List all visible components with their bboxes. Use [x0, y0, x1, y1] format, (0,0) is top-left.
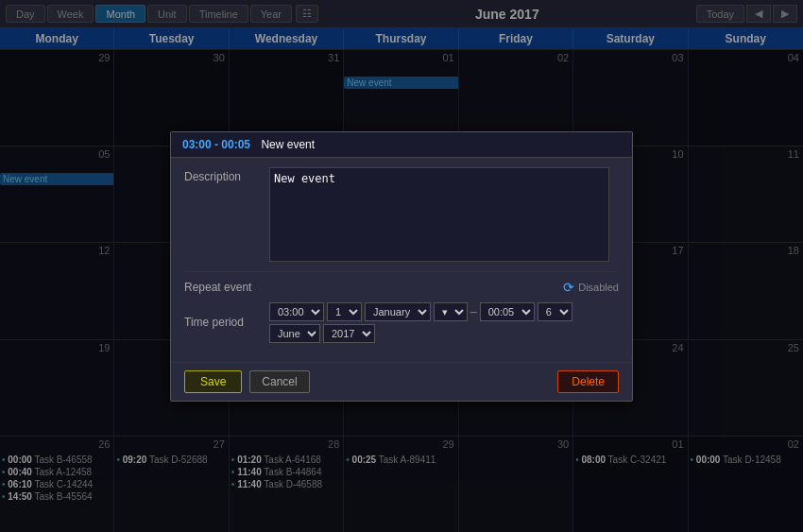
to-val-select[interactable]: 6: [538, 302, 572, 321]
description-row: Description: [184, 167, 619, 262]
to-month-select[interactable]: June: [269, 324, 320, 343]
modal-footer: Save Cancel Delete: [171, 362, 632, 401]
save-button[interactable]: Save: [184, 370, 242, 393]
to-year-select[interactable]: 2017: [323, 324, 375, 343]
event-modal: 03:00 - 00:05 New event Description Repe…: [170, 131, 633, 402]
from-extra-select[interactable]: ▾: [434, 302, 468, 321]
description-input[interactable]: [269, 167, 609, 262]
from-val-select[interactable]: 1: [327, 302, 362, 321]
repeat-label: Repeat event: [184, 281, 269, 294]
repeat-status: Disabled: [578, 282, 619, 293]
modal-event-name: New event: [261, 138, 315, 151]
time-period-row: Time period 03:00 1 January ▾ –: [184, 302, 619, 343]
modal-overlay[interactable]: 03:00 - 00:05 New event Description Repe…: [0, 0, 803, 532]
repeat-toggle[interactable]: ⟳ Disabled: [563, 280, 619, 295]
description-label: Description: [184, 167, 269, 183]
repeat-row: Repeat event ⟳ Disabled: [184, 271, 619, 295]
modal-time-range: 03:00 - 00:05: [182, 138, 250, 151]
cancel-button[interactable]: Cancel: [249, 370, 309, 393]
tp-dash: –: [470, 305, 477, 318]
to-hour-select[interactable]: 00:05: [480, 302, 535, 321]
modal-body: Description Repeat event ⟳ Disabled Time…: [171, 158, 632, 362]
time-period-label: Time period: [184, 316, 269, 329]
time-period-controls: 03:00 1 January ▾ – 00:05: [269, 302, 619, 343]
toggle-icon: ⟳: [563, 280, 574, 295]
from-hour-select[interactable]: 03:00: [269, 302, 324, 321]
from-month-select[interactable]: January: [365, 302, 431, 321]
delete-button[interactable]: Delete: [557, 370, 619, 393]
modal-header: 03:00 - 00:05 New event: [171, 132, 632, 158]
